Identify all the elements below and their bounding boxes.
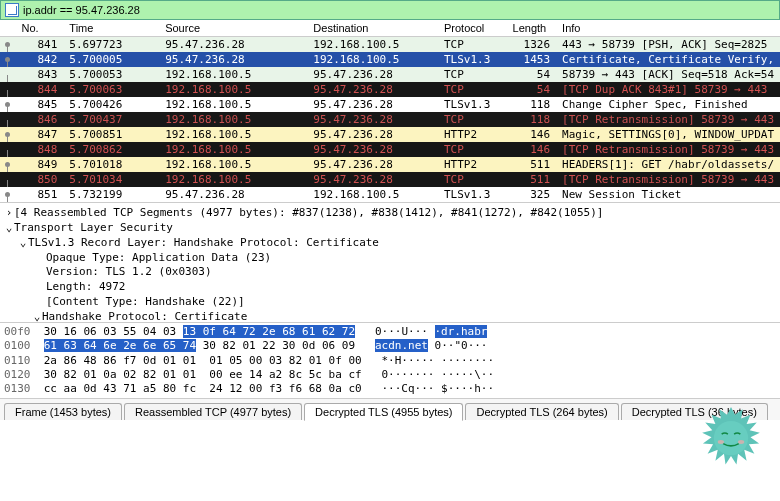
packet-list[interactable]: No. Time Source Destination Protocol Len… xyxy=(0,20,780,202)
cell-no: 849 xyxy=(16,157,64,172)
hex-dump-pane[interactable]: 00f0 30 16 06 03 55 04 03 13 0f 64 72 2e… xyxy=(0,322,780,398)
cell-time: 5.700053 xyxy=(63,67,159,82)
col-header-info[interactable]: Info xyxy=(556,20,780,37)
cell-destination: 95.47.236.28 xyxy=(307,127,438,142)
cell-protocol: TLSv1.3 xyxy=(438,97,507,112)
details-handshake[interactable]: ⌄Handshake Protocol: Certificate xyxy=(4,310,776,322)
details-record-layer[interactable]: ⌄TLSv1.3 Record Layer: Handshake Protoco… xyxy=(4,236,776,251)
details-opaque-type: Opaque Type: Application Data (23) xyxy=(4,251,776,266)
cell-destination: 95.47.236.28 xyxy=(307,157,438,172)
cell-length: 118 xyxy=(507,97,557,112)
packet-row[interactable]: 8445.700063192.168.100.595.47.236.28TCP5… xyxy=(0,82,780,97)
packet-row[interactable]: 8465.700437192.168.100.595.47.236.28TCP1… xyxy=(0,112,780,127)
byte-view-tab[interactable]: Frame (1453 bytes) xyxy=(4,403,122,420)
cell-no: 843 xyxy=(16,67,64,82)
cell-destination: 95.47.236.28 xyxy=(307,97,438,112)
cell-source: 192.168.100.5 xyxy=(159,172,307,187)
cell-time: 5.732199 xyxy=(63,187,159,202)
packet-row[interactable]: 8515.73219995.47.236.28192.168.100.5TLSv… xyxy=(0,187,780,202)
svg-point-1 xyxy=(714,421,748,455)
byte-view-tab[interactable]: Decrypted TLS (4955 bytes) xyxy=(304,403,463,421)
col-header-time[interactable]: Time xyxy=(63,20,159,37)
cell-source: 95.47.236.28 xyxy=(159,187,307,202)
svg-point-2 xyxy=(718,440,724,444)
packet-row[interactable]: 8415.69772395.47.236.28192.168.100.5TCP1… xyxy=(0,37,780,53)
cell-destination: 192.168.100.5 xyxy=(307,37,438,53)
cell-destination: 192.168.100.5 xyxy=(307,187,438,202)
packet-details-pane[interactable]: ›[4 Reassembled TCP Segments (4977 bytes… xyxy=(0,202,780,322)
cell-source: 192.168.100.5 xyxy=(159,82,307,97)
cell-source: 192.168.100.5 xyxy=(159,67,307,82)
cell-time: 5.697723 xyxy=(63,37,159,53)
cell-no: 848 xyxy=(16,142,64,157)
cell-protocol: TCP xyxy=(438,172,507,187)
display-filter-input[interactable] xyxy=(23,4,775,16)
cell-info: [TCP Retransmission] 58739 → 443 xyxy=(556,172,780,187)
cell-info: 58739 → 443 [ACK] Seq=518 Ack=54 xyxy=(556,67,780,82)
bookmark-icon[interactable] xyxy=(5,3,19,17)
cell-protocol: TCP xyxy=(438,67,507,82)
details-length: Length: 4972 xyxy=(4,280,776,295)
display-filter-bar[interactable] xyxy=(0,0,780,20)
cell-length: 511 xyxy=(507,157,557,172)
cell-source: 95.47.236.28 xyxy=(159,37,307,53)
cell-protocol: TCP xyxy=(438,82,507,97)
packet-row[interactable]: 8475.700851192.168.100.595.47.236.28HTTP… xyxy=(0,127,780,142)
packet-row[interactable]: 8455.700426192.168.100.595.47.236.28TLSv… xyxy=(0,97,780,112)
cell-info: Change Cipher Spec, Finished xyxy=(556,97,780,112)
cell-info: Magic, SETTINGS[0], WINDOW_UPDAT xyxy=(556,127,780,142)
cell-no: 850 xyxy=(16,172,64,187)
hex-row[interactable]: 0130 cc aa 0d 43 71 a5 80 fc 24 12 00 f3… xyxy=(4,382,776,396)
cell-info: 443 → 58739 [PSH, ACK] Seq=2825 xyxy=(556,37,780,53)
cell-info: New Session Ticket xyxy=(556,187,780,202)
cell-time: 5.700851 xyxy=(63,127,159,142)
cell-length: 54 xyxy=(507,82,557,97)
cell-time: 5.700862 xyxy=(63,142,159,157)
cell-time: 5.700005 xyxy=(63,52,159,67)
byte-view-tabs: Frame (1453 bytes)Reassembled TCP (4977 … xyxy=(0,398,780,420)
cell-no: 847 xyxy=(16,127,64,142)
byte-view-tab[interactable]: Decrypted TLS (264 bytes) xyxy=(465,403,618,420)
cell-time: 5.700063 xyxy=(63,82,159,97)
cell-no: 842 xyxy=(16,52,64,67)
packet-list-header[interactable]: No. Time Source Destination Protocol Len… xyxy=(0,20,780,37)
cell-info: [TCP Retransmission] 58739 → 443 xyxy=(556,142,780,157)
cell-no: 844 xyxy=(16,82,64,97)
col-header-no[interactable]: No. xyxy=(16,20,64,37)
details-tls[interactable]: ⌄Transport Layer Security xyxy=(4,221,776,236)
cell-protocol: HTTP2 xyxy=(438,157,507,172)
cell-time: 5.700437 xyxy=(63,112,159,127)
hex-row[interactable]: 0100 61 63 64 6e 2e 6e 65 74 30 82 01 22… xyxy=(4,339,776,353)
hex-row[interactable]: 0120 30 82 01 0a 02 82 01 01 00 ee 14 a2… xyxy=(4,368,776,382)
cell-length: 1326 xyxy=(507,37,557,53)
cell-destination: 95.47.236.28 xyxy=(307,67,438,82)
cell-protocol: TCP xyxy=(438,37,507,53)
cell-no: 845 xyxy=(16,97,64,112)
packet-row[interactable]: 8495.701018192.168.100.595.47.236.28HTTP… xyxy=(0,157,780,172)
packet-row[interactable]: 8485.700862192.168.100.595.47.236.28TCP1… xyxy=(0,142,780,157)
hex-row[interactable]: 00f0 30 16 06 03 55 04 03 13 0f 64 72 2e… xyxy=(4,325,776,339)
packet-row[interactable]: 8505.701034192.168.100.595.47.236.28TCP5… xyxy=(0,172,780,187)
col-header-destination[interactable]: Destination xyxy=(307,20,438,37)
cell-destination: 95.47.236.28 xyxy=(307,112,438,127)
col-header-length[interactable]: Length xyxy=(507,20,557,37)
cell-time: 5.701018 xyxy=(63,157,159,172)
cell-no: 851 xyxy=(16,187,64,202)
cell-no: 841 xyxy=(16,37,64,53)
cell-length: 118 xyxy=(507,112,557,127)
cell-time: 5.700426 xyxy=(63,97,159,112)
col-header-source[interactable]: Source xyxy=(159,20,307,37)
details-reassembled[interactable]: ›[4 Reassembled TCP Segments (4977 bytes… xyxy=(4,206,776,221)
mascot-icon xyxy=(692,403,770,481)
cell-info: HEADERS[1]: GET /habr/oldassets/ xyxy=(556,157,780,172)
cell-length: 1453 xyxy=(507,52,557,67)
details-version: Version: TLS 1.2 (0x0303) xyxy=(4,265,776,280)
cell-protocol: TCP xyxy=(438,142,507,157)
col-header-protocol[interactable]: Protocol xyxy=(438,20,507,37)
hex-row[interactable]: 0110 2a 86 48 86 f7 0d 01 01 01 05 00 03… xyxy=(4,354,776,368)
byte-view-tab[interactable]: Reassembled TCP (4977 bytes) xyxy=(124,403,302,420)
cell-info: Certificate, Certificate Verify, xyxy=(556,52,780,67)
packet-row[interactable]: 8425.70000595.47.236.28192.168.100.5TLSv… xyxy=(0,52,780,67)
cell-destination: 95.47.236.28 xyxy=(307,172,438,187)
packet-row[interactable]: 8435.700053192.168.100.595.47.236.28TCP5… xyxy=(0,67,780,82)
